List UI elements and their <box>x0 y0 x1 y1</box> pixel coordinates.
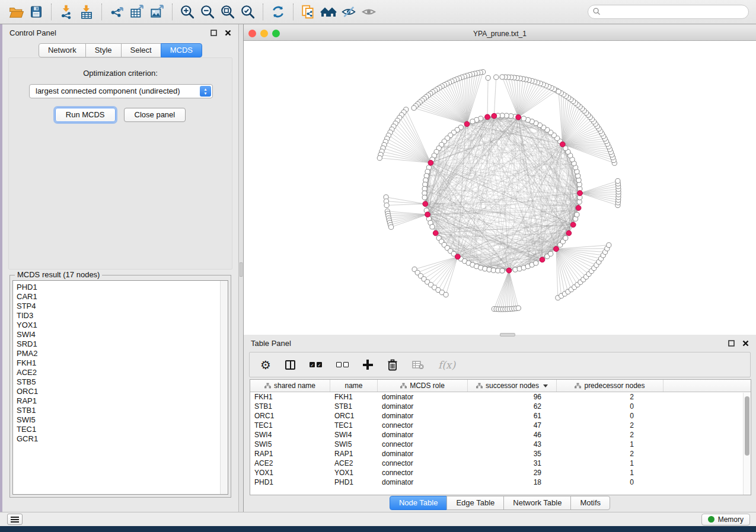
tab-style[interactable]: Style <box>85 43 122 57</box>
mcds-result-item[interactable]: STB5 <box>17 377 228 387</box>
table-row[interactable]: SWI5SWI5connector431 <box>250 440 751 449</box>
toggle-columns-button[interactable] <box>285 357 295 373</box>
close-table-panel-button[interactable] <box>741 338 750 348</box>
show-all-button[interactable] <box>359 2 379 21</box>
mcds-result-item[interactable]: CAR1 <box>17 292 228 302</box>
table-row[interactable]: TEC1TEC1connector472 <box>250 421 751 430</box>
close-panel-button[interactable] <box>223 28 232 37</box>
tab-mcds[interactable]: MCDS <box>161 43 202 57</box>
mcds-hub-node[interactable] <box>506 268 512 273</box>
table-row[interactable]: RAP1RAP1dominator352 <box>250 449 751 459</box>
ring-node[interactable] <box>575 212 579 217</box>
ring-node[interactable] <box>576 178 581 182</box>
table-row[interactable]: YOX1YOX1connector291 <box>250 468 751 477</box>
mcds-hub-node[interactable] <box>423 201 428 207</box>
criterion-select[interactable]: largest connected component (undirected)… <box>29 84 213 98</box>
ring-node[interactable] <box>548 251 553 256</box>
open-session-button[interactable] <box>6 2 26 21</box>
add-row-button[interactable] <box>363 357 373 373</box>
node-table[interactable]: shared namenameMCDS rolesuccessor nodesp… <box>250 379 751 495</box>
mcds-result-item[interactable]: SWI5 <box>17 415 228 425</box>
mcds-hub-node[interactable] <box>455 254 461 259</box>
mcds-result-item[interactable]: ORC1 <box>17 387 228 396</box>
satellite-node[interactable] <box>556 89 561 94</box>
satellite-node[interactable] <box>486 75 490 80</box>
import-network-button[interactable] <box>56 2 76 21</box>
ring-node[interactable] <box>513 267 518 272</box>
table-settings-button[interactable]: ⚙ <box>260 357 271 373</box>
zoom-selected-button[interactable] <box>238 2 258 21</box>
satellite-node[interactable] <box>444 292 448 297</box>
search-input[interactable] <box>588 5 749 19</box>
export-image-button[interactable] <box>147 2 167 21</box>
mcds-result-item[interactable]: TID3 <box>17 311 228 321</box>
mcds-hub-node[interactable] <box>492 113 497 118</box>
table-row[interactable]: STB1STB1dominator620 <box>250 402 751 411</box>
mcds-hub-node[interactable] <box>560 142 565 147</box>
result-list-scrollbar[interactable] <box>220 281 228 494</box>
satellite-node[interactable] <box>412 105 416 110</box>
mcds-hub-node[interactable] <box>540 257 545 262</box>
mcds-result-item[interactable]: YOX1 <box>17 321 228 330</box>
mcds-result-item[interactable]: SWI4 <box>17 330 228 339</box>
table-scrollbar[interactable] <box>743 393 751 495</box>
mcds-hub-node[interactable] <box>516 115 521 120</box>
mcds-result-item[interactable]: GCR1 <box>17 434 228 444</box>
tab-motifs[interactable]: Motifs <box>570 496 610 510</box>
zoom-fit-button[interactable] <box>218 2 238 21</box>
mcds-hub-node[interactable] <box>554 246 559 252</box>
mcds-result-item[interactable]: STB1 <box>17 406 228 415</box>
mcds-hub-node[interactable] <box>425 212 430 217</box>
mcds-result-item[interactable]: RAP1 <box>17 396 228 406</box>
mcds-hub-node[interactable] <box>570 222 576 227</box>
column-header-successor-nodes[interactable]: successor nodes <box>468 380 557 392</box>
mcds-result-item[interactable]: SRD1 <box>17 339 228 349</box>
table-row[interactable]: ORC1ORC1dominator610 <box>250 411 751 421</box>
ring-node[interactable] <box>563 236 568 241</box>
mcds-result-item[interactable]: STP4 <box>17 302 228 311</box>
mcds-result-item[interactable]: TEC1 <box>17 425 228 434</box>
delete-table-button[interactable] <box>412 357 424 373</box>
delete-rows-button[interactable] <box>387 357 398 373</box>
select-all-button[interactable]: ✓ ✓ <box>310 357 322 373</box>
tab-node-table[interactable]: Node Table <box>390 496 448 510</box>
memory-button[interactable]: Memory <box>701 514 750 525</box>
clear-selection-button[interactable] <box>336 357 349 373</box>
close-panel-button-mcds[interactable]: Close panel <box>124 108 186 122</box>
column-header-MCDS-role[interactable]: MCDS role <box>378 380 468 392</box>
mcds-hub-node[interactable] <box>485 114 490 120</box>
ring-node[interactable] <box>422 195 427 200</box>
splitter-grip[interactable] <box>240 262 243 277</box>
vertical-splitter[interactable] <box>238 24 244 512</box>
column-header-shared-name[interactable]: shared name <box>250 380 330 392</box>
mcds-hub-node[interactable] <box>464 121 470 127</box>
export-table-button[interactable] <box>127 2 147 21</box>
duplicate-network-button[interactable] <box>298 2 318 21</box>
column-header-name[interactable]: name <box>330 380 378 392</box>
ring-node[interactable] <box>430 225 435 229</box>
table-scrollbar-thumb[interactable] <box>745 396 749 456</box>
satellite-node[interactable] <box>516 306 521 310</box>
mcds-result-item[interactable]: FKH1 <box>17 358 228 368</box>
network-canvas[interactable] <box>244 41 756 335</box>
mcds-hub-node[interactable] <box>428 160 433 165</box>
status-menu-button[interactable] <box>7 514 23 525</box>
mcds-result-list[interactable]: PHD1CAR1STP4TID3YOX1SWI4SRD1PMA2FKH1ACE2… <box>12 280 228 495</box>
satellite-node[interactable] <box>607 243 611 248</box>
table-row[interactable]: SWI4SWI4dominator462 <box>250 430 751 440</box>
mcds-result-item[interactable]: PHD1 <box>17 283 228 292</box>
import-table-button[interactable] <box>76 2 97 21</box>
mcds-result-item[interactable]: ACE2 <box>17 368 228 377</box>
ring-node[interactable] <box>521 116 526 121</box>
ring-node[interactable] <box>483 267 487 271</box>
table-row[interactable]: FKH1FKH1dominator962 <box>250 392 751 402</box>
mcds-hub-node[interactable] <box>576 206 581 211</box>
mcds-hub-node[interactable] <box>566 230 572 236</box>
tab-select[interactable]: Select <box>121 43 161 57</box>
save-session-button[interactable] <box>26 2 46 21</box>
mcds-hub-node[interactable] <box>433 230 438 236</box>
ring-node[interactable] <box>424 174 429 178</box>
horizontal-splitter-grip[interactable] <box>500 333 515 336</box>
column-header-predecessor-nodes[interactable]: predecessor nodes <box>557 380 664 392</box>
satellite-node[interactable] <box>384 203 389 207</box>
